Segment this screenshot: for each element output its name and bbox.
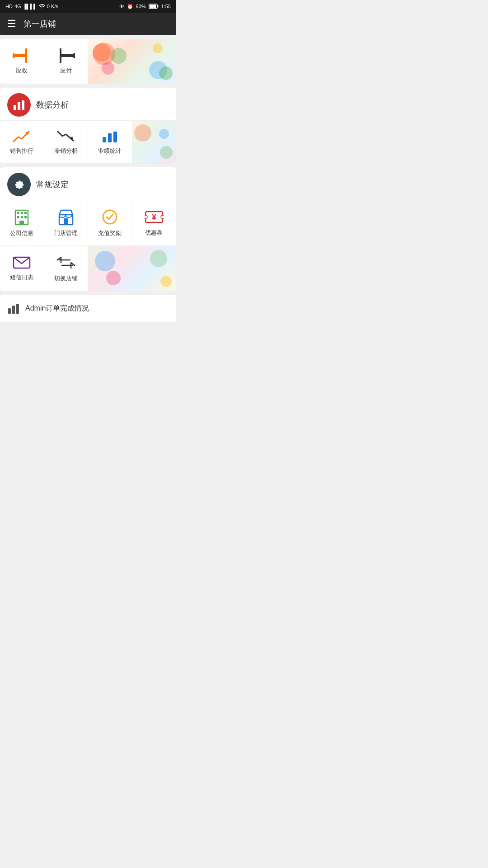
status-bar: HD 4G ▐▌▌▌ 0 K/s 👁 ⏰ 90% 1:55 xyxy=(0,0,176,13)
hamburger-menu[interactable]: ☰ xyxy=(7,18,16,30)
settings-icon-circle xyxy=(7,173,31,196)
bottom-preview-bar: Admin订单完成情况 xyxy=(0,295,176,322)
svg-rect-9 xyxy=(14,105,16,110)
yingshou-label: 应收 xyxy=(16,66,28,75)
menu-item-yingfu[interactable]: 应付 xyxy=(44,39,89,84)
coupon-label: 优惠券 xyxy=(145,229,163,237)
decorative-area-analysis xyxy=(132,121,177,164)
arrow-left-orange-icon xyxy=(13,48,31,63)
top-grid: 应收 应付 xyxy=(0,39,176,84)
eye-icon: 👁 xyxy=(119,4,124,9)
svg-point-30 xyxy=(145,215,147,219)
svg-rect-15 xyxy=(108,133,112,142)
settings-title: 常规设定 xyxy=(36,179,69,190)
svg-rect-22 xyxy=(21,216,23,218)
signal-4g: 4G xyxy=(14,4,21,9)
data-analysis-icon-circle xyxy=(7,93,31,117)
nav-title: 第一店铺 xyxy=(23,19,56,29)
sms-log-label: 短信日志 xyxy=(10,274,33,282)
svg-rect-19 xyxy=(21,212,23,214)
menu-item-store-mgmt[interactable]: 门店管理 xyxy=(44,200,89,246)
performance-label: 业绩统计 xyxy=(98,147,122,155)
svg-rect-21 xyxy=(17,216,19,218)
gear-icon xyxy=(13,178,25,191)
status-left: HD 4G ▐▌▌▌ 0 K/s xyxy=(5,4,58,9)
yingfu-label: 应付 xyxy=(60,66,72,75)
slow-sale-label: 滞销分析 xyxy=(54,147,78,155)
decorative-area-settings xyxy=(88,246,176,291)
bar-chart-small-icon xyxy=(7,302,20,315)
menu-item-company-info[interactable]: 公司信息 xyxy=(0,200,44,246)
circle-check-icon xyxy=(101,208,118,226)
data-analysis-card: 数据分析 销售排行 滞销分析 xyxy=(0,88,176,164)
svg-rect-35 xyxy=(16,304,19,314)
svg-point-31 xyxy=(161,215,164,219)
svg-marker-4 xyxy=(13,53,19,58)
svg-rect-23 xyxy=(24,216,27,218)
svg-rect-20 xyxy=(24,212,27,214)
menu-item-switch-store[interactable]: 切换店铺 xyxy=(44,246,89,291)
building-icon xyxy=(14,208,30,226)
svg-marker-13 xyxy=(70,136,73,141)
svg-rect-14 xyxy=(103,137,106,142)
sale-rank-label: 销售排行 xyxy=(10,147,33,155)
wifi-icon xyxy=(39,4,45,9)
recharge-label: 充值奖励 xyxy=(98,229,122,237)
trend-down-icon xyxy=(57,129,75,143)
trend-up-icon xyxy=(13,129,31,143)
svg-rect-26 xyxy=(64,218,68,225)
top-section-card: 应收 应付 xyxy=(0,39,176,84)
settings-grid-row1: 公司信息 门店管理 充值奖励 xyxy=(0,200,176,246)
bar-chart-icon xyxy=(13,99,25,111)
switch-store-label: 切换店铺 xyxy=(54,274,78,283)
signal-bars: ▐▌▌▌ xyxy=(23,4,37,9)
company-info-label: 公司信息 xyxy=(10,229,33,237)
svg-rect-33 xyxy=(8,308,11,314)
menu-item-sms-log[interactable]: 短信日志 xyxy=(0,246,44,291)
envelope-icon xyxy=(13,255,31,270)
hd-label: HD xyxy=(5,4,13,9)
svg-rect-16 xyxy=(113,132,117,142)
svg-rect-8 xyxy=(60,48,61,63)
top-nav: ☰ 第一店铺 xyxy=(0,13,176,35)
svg-rect-24 xyxy=(19,221,24,225)
data-speed: 0 K/s xyxy=(47,4,58,9)
alarm-icon: ⏰ xyxy=(127,4,133,9)
store-icon xyxy=(57,208,75,226)
arrow-right-dark-icon xyxy=(57,48,75,63)
svg-rect-18 xyxy=(17,212,19,214)
bar-blue-icon xyxy=(102,129,118,143)
menu-item-slow-sale[interactable]: 滞销分析 xyxy=(44,121,89,164)
svg-marker-7 xyxy=(69,53,75,58)
settings-header: 常规设定 xyxy=(0,167,176,200)
transfer-icon xyxy=(56,255,75,271)
svg-rect-2 xyxy=(149,5,156,8)
bottom-preview-label: Admin订单完成情况 xyxy=(25,304,89,313)
data-analysis-header: 数据分析 xyxy=(0,88,176,120)
menu-item-recharge[interactable]: 充值奖励 xyxy=(88,200,132,246)
menu-item-coupon[interactable]: ¥ 优惠券 xyxy=(132,200,177,246)
status-right: 👁 ⏰ 90% 1:55 xyxy=(119,4,171,9)
decorative-area-top xyxy=(88,39,176,84)
svg-rect-1 xyxy=(157,5,158,8)
yuan-tag-icon: ¥ xyxy=(145,209,164,225)
time-display: 1:55 xyxy=(161,4,171,9)
battery-icon xyxy=(149,4,159,9)
menu-item-yingshou[interactable]: 应收 xyxy=(0,39,44,84)
battery-pct: 90% xyxy=(136,4,146,9)
settings-card: 常规设定 公司信息 xyxy=(0,167,176,291)
svg-rect-10 xyxy=(18,102,20,110)
store-mgmt-label: 门店管理 xyxy=(54,229,78,237)
menu-item-performance[interactable]: 业绩统计 xyxy=(88,121,132,164)
svg-rect-34 xyxy=(12,306,15,314)
svg-point-27 xyxy=(103,210,117,224)
svg-rect-11 xyxy=(22,100,24,110)
settings-grid-row2: 短信日志 切换店铺 xyxy=(0,246,176,291)
data-analysis-grid: 销售排行 滞销分析 业绩统计 xyxy=(0,120,176,164)
data-analysis-title: 数据分析 xyxy=(36,99,69,110)
menu-item-sale-rank[interactable]: 销售排行 xyxy=(0,121,44,164)
svg-rect-5 xyxy=(25,48,27,63)
svg-text:¥: ¥ xyxy=(152,212,156,222)
